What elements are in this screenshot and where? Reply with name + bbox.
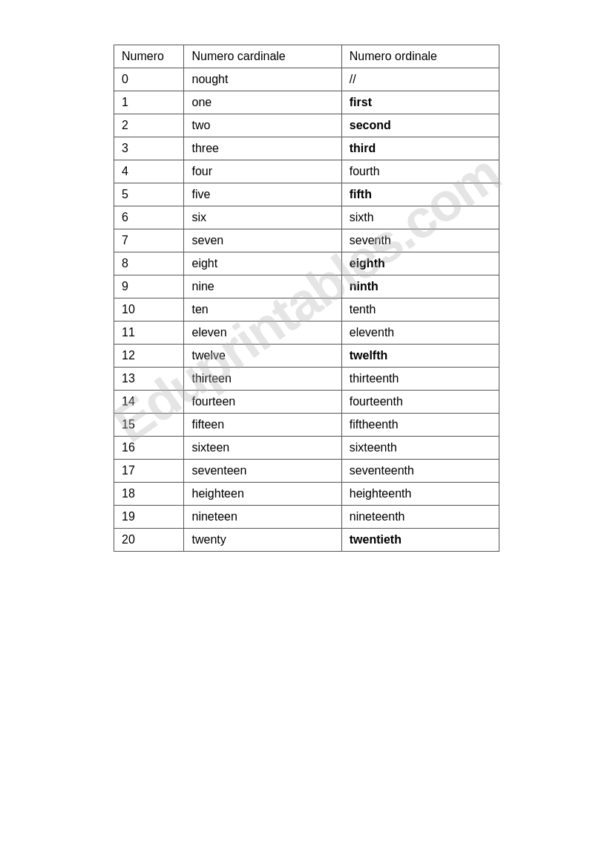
table-row: 15fifteenfiftheenth	[114, 414, 499, 437]
header-ordinale: Numero ordinale	[341, 45, 499, 68]
cell-cardinal: seventeen	[184, 460, 341, 483]
table-header-row: Numero Numero cardinale Numero ordinale	[114, 45, 499, 68]
cell-ordinal: twelfth	[341, 345, 499, 368]
cell-ordinal: fiftheenth	[341, 414, 499, 437]
cell-cardinal: one	[184, 91, 341, 114]
cell-number: 8	[114, 252, 184, 275]
cell-cardinal: eight	[184, 252, 341, 275]
cell-ordinal: second	[341, 114, 499, 137]
cell-ordinal: sixteenth	[341, 437, 499, 460]
cell-number: 6	[114, 206, 184, 229]
table-wrapper: Numero Numero cardinale Numero ordinale …	[114, 45, 499, 552]
cell-ordinal: seventeenth	[341, 460, 499, 483]
cell-number: 17	[114, 460, 184, 483]
cell-number: 15	[114, 414, 184, 437]
cell-number: 3	[114, 137, 184, 160]
cell-number: 2	[114, 114, 184, 137]
cell-ordinal: fourth	[341, 160, 499, 183]
cell-ordinal: thirteenth	[341, 368, 499, 391]
cell-number: 7	[114, 229, 184, 252]
cell-cardinal: nineteen	[184, 506, 341, 529]
cell-number: 12	[114, 345, 184, 368]
cell-number: 10	[114, 298, 184, 322]
table-row: 19nineteennineteenth	[114, 506, 499, 529]
table-row: 20twentytwentieth	[114, 529, 499, 552]
cell-ordinal: fifth	[341, 183, 499, 206]
table-row: 13thirteenthirteenth	[114, 368, 499, 391]
cell-ordinal: third	[341, 137, 499, 160]
cell-cardinal: twelve	[184, 345, 341, 368]
table-row: 11eleveneleventh	[114, 322, 499, 345]
cell-cardinal: six	[184, 206, 341, 229]
cell-number: 18	[114, 483, 184, 506]
cell-ordinal: sixth	[341, 206, 499, 229]
cell-ordinal: nineteenth	[341, 506, 499, 529]
cell-number: 9	[114, 275, 184, 298]
table-row: 3threethird	[114, 137, 499, 160]
cell-number: 1	[114, 91, 184, 114]
table-row: 1onefirst	[114, 91, 499, 114]
cell-number: 19	[114, 506, 184, 529]
table-row: 7sevenseventh	[114, 229, 499, 252]
cell-number: 11	[114, 322, 184, 345]
table-row: 18heighteenheighteenth	[114, 483, 499, 506]
cell-cardinal: five	[184, 183, 341, 206]
cell-cardinal: sixteen	[184, 437, 341, 460]
cell-cardinal: three	[184, 137, 341, 160]
cell-cardinal: fifteen	[184, 414, 341, 437]
table-row: 12twelvetwelfth	[114, 345, 499, 368]
page-container: Eduprintables.com Numero Numero cardinal…	[30, 45, 583, 552]
table-row: 14fourteenfourteenth	[114, 391, 499, 414]
cell-number: 16	[114, 437, 184, 460]
cell-cardinal: heighteen	[184, 483, 341, 506]
table-row: 0nought//	[114, 68, 499, 91]
cell-ordinal: ninth	[341, 275, 499, 298]
cell-cardinal: twenty	[184, 529, 341, 552]
cell-ordinal: seventh	[341, 229, 499, 252]
table-row: 9nineninth	[114, 275, 499, 298]
table-row: 2twosecond	[114, 114, 499, 137]
cell-cardinal: four	[184, 160, 341, 183]
table-row: 16sixteensixteenth	[114, 437, 499, 460]
cell-number: 14	[114, 391, 184, 414]
table-row: 6sixsixth	[114, 206, 499, 229]
cell-cardinal: thirteen	[184, 368, 341, 391]
table-row: 10tententh	[114, 298, 499, 322]
cell-number: 4	[114, 160, 184, 183]
header-cardinale: Numero cardinale	[184, 45, 341, 68]
numbers-table: Numero Numero cardinale Numero ordinale …	[114, 45, 499, 552]
cell-ordinal: fourteenth	[341, 391, 499, 414]
cell-number: 13	[114, 368, 184, 391]
cell-ordinal: tenth	[341, 298, 499, 322]
cell-cardinal: fourteen	[184, 391, 341, 414]
cell-ordinal: eighth	[341, 252, 499, 275]
table-row: 4fourfourth	[114, 160, 499, 183]
cell-number: 20	[114, 529, 184, 552]
cell-cardinal: eleven	[184, 322, 341, 345]
cell-ordinal: heighteenth	[341, 483, 499, 506]
header-numero: Numero	[114, 45, 184, 68]
cell-cardinal: nine	[184, 275, 341, 298]
table-row: 17seventeenseventeenth	[114, 460, 499, 483]
table-row: 5fivefifth	[114, 183, 499, 206]
cell-ordinal: twentieth	[341, 529, 499, 552]
cell-number: 0	[114, 68, 184, 91]
cell-ordinal: first	[341, 91, 499, 114]
cell-number: 5	[114, 183, 184, 206]
cell-cardinal: seven	[184, 229, 341, 252]
cell-cardinal: nought	[184, 68, 341, 91]
table-row: 8eighteighth	[114, 252, 499, 275]
cell-cardinal: two	[184, 114, 341, 137]
cell-ordinal: //	[341, 68, 499, 91]
cell-ordinal: eleventh	[341, 322, 499, 345]
cell-cardinal: ten	[184, 298, 341, 322]
